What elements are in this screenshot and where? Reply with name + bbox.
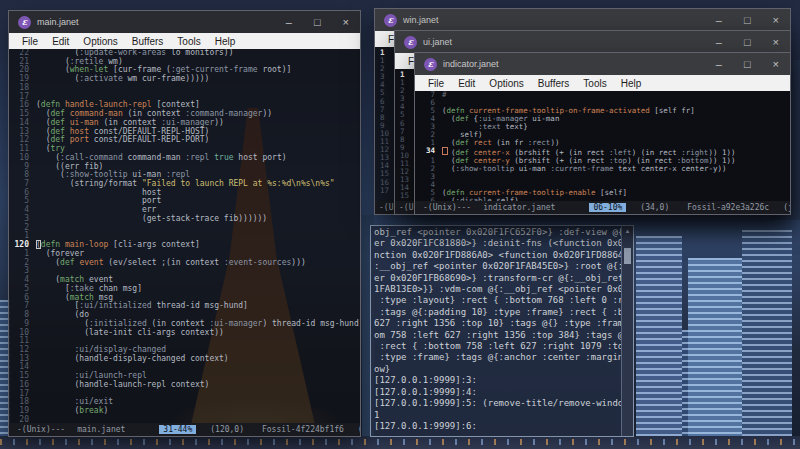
menu-item-edit[interactable]: Edit <box>451 77 482 90</box>
code-line[interactable]: 19 (:activate wm cur-frame))))) <box>9 75 360 84</box>
window-title: main.janet <box>37 17 280 27</box>
code-line[interactable]: 3 (get-stack-trace fib)))))) <box>9 215 360 224</box>
modeline: -(Unix)--- main.janet 31-44% (120,0) Fos… <box>9 423 360 436</box>
modeline-scroll-percent: 06-10% <box>589 203 626 212</box>
repl-output-line: ow} <box>374 364 621 375</box>
repl-output-line: :rect { :bottom 758 :left 627 :right 107… <box>374 341 621 352</box>
repl-text-area[interactable]: obj_ref <pointer 0x020F1FC652F0>} :def-v… <box>374 227 621 435</box>
titlebar[interactable]: ε win.janet – □ × <box>375 9 790 31</box>
line-number: 20 <box>9 416 36 423</box>
code-line[interactable]: 2 <box>9 224 360 233</box>
line-number: 5 <box>415 189 442 197</box>
window-main-janet: ε main.janet – □ × FileEditOptionsBuffer… <box>8 10 361 437</box>
menu-bar: FileEditOptionsBuffersToolsHelp <box>415 75 790 91</box>
scroll-up-icon[interactable]: ▲ <box>622 226 633 237</box>
minimize-icon[interactable]: – <box>286 17 292 28</box>
code-line[interactable]: 18 <box>9 84 360 93</box>
code-text: (get-stack-trace fib)))))) <box>36 215 267 224</box>
line-number: 3 <box>415 123 442 131</box>
code-text: (late-init cli-args context)) <box>36 329 224 338</box>
close-icon[interactable]: × <box>773 37 779 48</box>
editor-buffer[interactable]: 22 (:update-work-areas lo monitors))21 (… <box>9 49 360 423</box>
wallpaper-building <box>636 236 682 440</box>
close-icon[interactable]: × <box>343 17 349 28</box>
line-number: 3 <box>9 267 36 276</box>
line-number: 10 <box>9 154 36 163</box>
modeline: -(Unix)--- indicator.janet 06-10% (34,0)… <box>415 201 790 214</box>
code-line[interactable]: 7# <box>415 91 790 99</box>
text-cursor <box>442 147 448 155</box>
titlebar[interactable]: ε indicator.janet – □ × <box>415 53 790 75</box>
code-text: (handle-launch-repl context) <box>36 381 209 390</box>
code-text <box>36 416 41 423</box>
menu-item-tools[interactable]: Tools <box>576 77 613 90</box>
line-number: 9 <box>9 163 36 172</box>
menu-item-help[interactable]: Help <box>208 35 243 48</box>
line-number: 4 <box>9 206 36 215</box>
code-line[interactable]: 2 (def event (ev/select ;(in context :ev… <box>9 259 360 268</box>
maximize-icon[interactable]: □ <box>744 59 751 70</box>
minimize-icon[interactable]: – <box>716 37 722 48</box>
scrollbar-thumb[interactable] <box>624 248 631 264</box>
modeline-fragment: -(U <box>399 203 413 212</box>
wallpaper-street-lights <box>0 436 800 449</box>
line-number: 2 <box>415 131 442 139</box>
titlebar[interactable]: ε ui.janet – □ × <box>395 31 790 53</box>
wallpaper-building <box>742 230 792 440</box>
code-line[interactable]: 20 <box>9 416 360 423</box>
code-line[interactable]: 1 (def rect (in fr :rect)) <box>415 139 790 147</box>
code-line[interactable]: 13 (handle-display-changed context) <box>9 355 360 364</box>
maximize-icon[interactable]: □ <box>744 37 751 48</box>
editor-buffer[interactable]: 7#6 5(defn current-frame-tooltip-on-fram… <box>415 91 790 201</box>
menu-item-buffers[interactable]: Buffers <box>125 35 171 48</box>
code-line[interactable]: 19 (break) <box>9 407 360 416</box>
code-line[interactable]: 2 (:show-tooltip ui-man :current-frame t… <box>415 165 790 173</box>
line-number: 7 <box>9 180 36 189</box>
close-icon[interactable]: × <box>773 59 779 70</box>
window-title: win.janet <box>403 15 710 25</box>
line-number: 34 <box>415 147 442 157</box>
line-number: 2 <box>415 165 442 173</box>
line-number: 1 <box>415 157 442 165</box>
repl-output-line: obj_ref <pointer 0x020F1FC652F0>} :def-v… <box>374 227 621 238</box>
code-text: (def event (ev/select ;(in context :even… <box>36 259 306 268</box>
window-indicator-janet: ε indicator.janet – □ × FileEditOptionsB… <box>414 52 791 215</box>
modeline-buffer-name: indicator.janet <box>483 203 555 212</box>
repl-output-line: 627 :right 1356 :top 10} :tags @{} :type… <box>374 318 621 329</box>
menu-item-buffers[interactable]: Buffers <box>531 77 577 90</box>
repl-prompt-line[interactable]: [127.0.0.1:9999]:6: <box>374 421 621 432</box>
menu-item-tools[interactable]: Tools <box>170 35 207 48</box>
menu-item-file[interactable]: File <box>421 77 451 90</box>
code-line[interactable]: 10 (late-init cli-args context)) <box>9 329 360 338</box>
window-title: indicator.janet <box>443 59 710 69</box>
line-number: 6 <box>415 197 442 201</box>
modeline-major-mode: (jane <box>358 425 360 434</box>
emacs-icon: ε <box>424 58 437 71</box>
modeline-cursor-pos: (120,0) <box>210 425 244 434</box>
modeline-vcs-rev: Fossil-a92e3a226c <box>687 203 769 212</box>
minimize-icon[interactable]: – <box>716 15 722 26</box>
scrollbar[interactable]: ▲ <box>621 226 633 436</box>
menu-item-edit[interactable]: Edit <box>45 35 76 48</box>
repl-output-line: er 0x020F1FC81880>} :deinit-fns (<functi… <box>374 238 621 249</box>
code-line[interactable]: 3 <box>415 173 790 181</box>
maximize-icon[interactable]: □ <box>744 15 751 26</box>
line-number: 6 <box>415 99 442 107</box>
titlebar[interactable]: ε main.janet – □ × <box>9 11 360 33</box>
code-text: (:show-tooltip ui-man :current-frame tex… <box>442 165 726 173</box>
line-number: 3 <box>9 215 36 224</box>
line-number: 8 <box>9 311 36 320</box>
code-line[interactable]: 6 (:disable self) <box>415 197 790 201</box>
line-number: 6 <box>9 294 36 303</box>
menu-item-options[interactable]: Options <box>76 35 124 48</box>
line-number: 6 <box>9 189 36 198</box>
minimize-icon[interactable]: – <box>716 59 722 70</box>
line-number: 4 <box>415 181 442 189</box>
menu-item-help[interactable]: Help <box>614 77 649 90</box>
close-icon[interactable]: × <box>773 15 779 26</box>
maximize-icon[interactable]: □ <box>314 17 321 28</box>
menu-item-file[interactable]: File <box>15 35 45 48</box>
menu-item-options[interactable]: Options <box>482 77 530 90</box>
code-line[interactable]: 16 (handle-launch-repl context) <box>9 381 360 390</box>
code-text: (handle-display-changed context) <box>36 355 229 364</box>
